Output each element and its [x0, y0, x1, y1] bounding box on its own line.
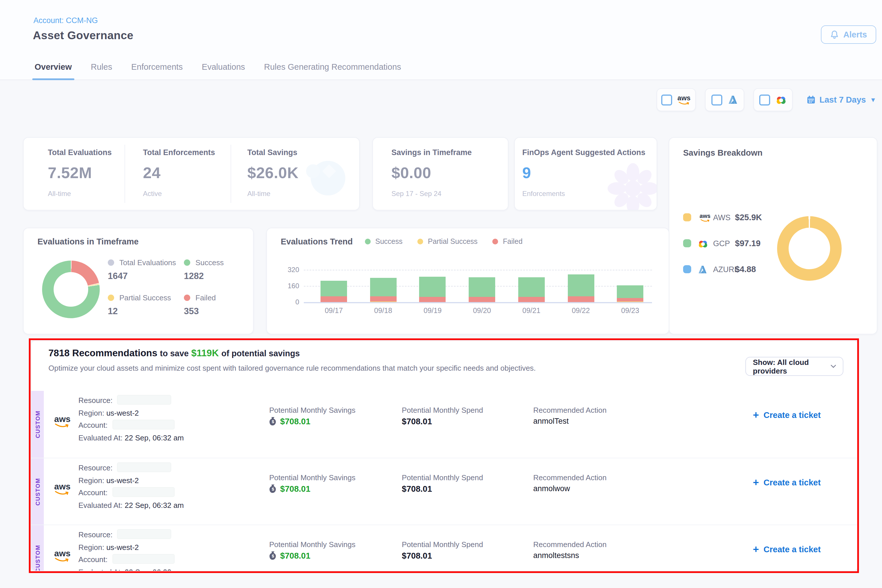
- bar-segment-failed: [518, 297, 545, 302]
- plus-icon: +: [753, 544, 759, 555]
- custom-badge: CUSTOM: [31, 391, 44, 458]
- trend-bar-09/18: [370, 228, 396, 302]
- tab-evaluations[interactable]: Evaluations: [201, 61, 246, 80]
- aws-color-chip: [683, 213, 691, 221]
- azure-logo-icon: [727, 95, 738, 104]
- savings-value: $ $708.01: [269, 484, 310, 494]
- spend-value: $708.01: [402, 551, 432, 560]
- recommendations-to-save: to save: [160, 349, 189, 358]
- resource-line: Resource:: [78, 394, 184, 407]
- region-line: Region: us-west-2: [78, 541, 184, 554]
- legend-value: 353: [184, 306, 216, 316]
- stat-sub: All-time: [247, 190, 298, 198]
- action-label: Recommended Action: [533, 540, 606, 549]
- provider-filter-row: aws: [656, 88, 876, 111]
- aws-logo-icon: aws: [54, 482, 70, 495]
- aws-checkbox[interactable]: [661, 94, 672, 105]
- money-bag-icon: $: [269, 417, 277, 426]
- date-range-picker[interactable]: Last 7 Days ▼: [806, 95, 876, 104]
- y-tick-160: 160: [276, 282, 299, 290]
- gcp-logo-icon: [698, 238, 708, 248]
- trend-bar-09/20: [469, 228, 495, 302]
- legend-label: Partial Success: [119, 293, 171, 302]
- svg-text:$: $: [272, 554, 274, 558]
- resource-fields: Resource: Region: us-west-2 Account: Eva…: [78, 462, 184, 512]
- gcp-logo-icon: [775, 94, 787, 105]
- provider-filter-azure[interactable]: [705, 88, 744, 111]
- bar-segment-success: [518, 278, 545, 297]
- azure-logo-icon: [698, 265, 707, 273]
- savings-timeframe-card: Savings in Timeframe $0.00 Sep 17 - Sep …: [372, 137, 508, 210]
- tab-rules-generating-recommendations[interactable]: Rules Generating Recommendations: [263, 61, 402, 80]
- action-value: anmoltestsns: [533, 551, 579, 560]
- stat-sub: Enforcements: [522, 190, 645, 198]
- bar-segment-success: [321, 281, 347, 296]
- savings-label: Potential Monthly Savings: [269, 473, 356, 482]
- trend-bar-09/19: [419, 228, 446, 302]
- legend-label: AWS: [713, 213, 730, 222]
- gcp-checkbox[interactable]: [759, 94, 770, 105]
- stat-total-enforcements: Total Enforcements 24 Active: [143, 148, 215, 198]
- resource-fields: Resource: Region: us-west-2 Account: Eva…: [78, 394, 184, 444]
- tab-rules[interactable]: Rules: [90, 61, 113, 80]
- stat-total-evaluations: Total Evaluations 7.52M All-time: [48, 148, 112, 198]
- legend-value: $4.88: [735, 265, 756, 274]
- create-ticket-button[interactable]: +Create a ticket: [753, 544, 820, 555]
- action-label: Recommended Action: [533, 406, 606, 414]
- dropdown-label: Show: All cloud providers: [753, 358, 830, 375]
- trend-bar-chart: 320 160 0 09/1709/1809/1909/2009/2109/22…: [267, 228, 669, 334]
- provider-filter-gcp[interactable]: [753, 88, 792, 111]
- alerts-button[interactable]: Alerts: [821, 26, 876, 44]
- stat-value: 9: [522, 164, 645, 182]
- tab-enforcements[interactable]: Enforcements: [130, 61, 184, 80]
- legend-label: Failed: [195, 293, 216, 302]
- asset-governance-dashboard: Account: CCM-NG Asset Governance Alerts …: [0, 0, 882, 588]
- money-bag-icon: $: [269, 484, 277, 494]
- account-line: Account:: [78, 419, 184, 432]
- x-tick-label: 09/18: [360, 307, 406, 315]
- totals-card: Total Evaluations 7.52M All-time Total E…: [23, 137, 360, 210]
- partial-dot-icon: [108, 295, 114, 301]
- redacted-account-value: [112, 487, 174, 497]
- x-tick-label: 09/21: [508, 307, 555, 315]
- aws-logo-icon: aws: [54, 414, 70, 428]
- spend-label: Potential Monthly Spend: [402, 406, 483, 414]
- x-tick-label: 09/20: [459, 307, 505, 315]
- evaluations-trend-card: Evaluations Trend Success Partial Succes…: [266, 228, 669, 334]
- savings-breakdown-card: Savings Breakdown aws AWS $25.9K GCP: [669, 137, 878, 334]
- bar-segment-failed: [469, 297, 495, 302]
- page-header: Account: CCM-NG Asset Governance Alerts …: [0, 0, 882, 80]
- bar-segment-failed: [567, 296, 594, 302]
- bar-segment-success: [419, 276, 446, 297]
- create-ticket-button[interactable]: +Create a ticket: [753, 477, 820, 488]
- tab-overview[interactable]: Overview: [33, 61, 73, 80]
- azure-checkbox[interactable]: [711, 94, 722, 105]
- evaluated-line: Evaluated At: 22 Sep, 06:32 am: [78, 432, 184, 444]
- page-title: Asset Governance: [33, 29, 134, 42]
- stat-sub: Sep 17 - Sep 24: [392, 190, 472, 198]
- bar-segment-partial-success: [617, 302, 644, 302]
- show-cloud-providers-dropdown[interactable]: Show: All cloud providers: [746, 357, 843, 376]
- bell-icon: [830, 30, 839, 39]
- tab-bar: Overview Rules Enforcements Evaluations …: [33, 61, 402, 80]
- bar-segment-failed: [370, 296, 396, 302]
- stat-value: $0.00: [392, 164, 472, 182]
- stat-label: Savings in Timeframe: [392, 148, 472, 157]
- trend-bar-09/23: [617, 228, 644, 302]
- provider-filter-aws[interactable]: aws: [656, 88, 696, 111]
- savings-label: Potential Monthly Savings: [269, 406, 356, 414]
- redacted-resource-value: [117, 395, 171, 405]
- bar-segment-failed: [321, 296, 347, 302]
- spend-value: $708.01: [402, 417, 432, 426]
- savings-label: Potential Monthly Savings: [269, 540, 356, 549]
- aws-logo-icon: aws: [677, 94, 690, 105]
- stat-total-savings: Total Savings $26.0K All-time: [247, 148, 298, 198]
- evaluations-donut-chart: [42, 261, 100, 318]
- piggy-bank-watermark-icon: [299, 154, 351, 200]
- legend-value: 1282: [184, 271, 224, 281]
- breadcrumb-account-link[interactable]: Account: CCM-NG: [33, 16, 98, 25]
- create-ticket-button[interactable]: +Create a ticket: [753, 410, 820, 420]
- divider: [124, 145, 125, 203]
- evaluations-legend: Total Evaluations 1647 Success 1282 Part…: [108, 258, 224, 316]
- stat-label: Total Evaluations: [48, 148, 112, 157]
